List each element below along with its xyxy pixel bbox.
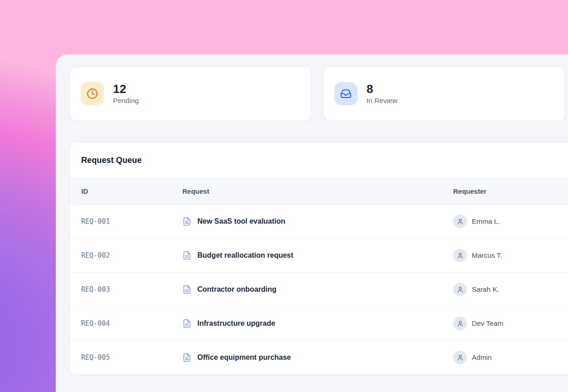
file-text-icon bbox=[182, 319, 191, 328]
in-review-label: In Review bbox=[367, 97, 397, 105]
in-review-count: 8 bbox=[367, 83, 397, 96]
request-id: REQ-002 bbox=[81, 251, 182, 260]
avatar bbox=[453, 317, 467, 330]
main-panel: 12 Pending 8 In Review Requ bbox=[56, 54, 568, 392]
request-title: New SaaS tool evaluation bbox=[197, 217, 285, 225]
stats-row: 12 Pending 8 In Review bbox=[69, 66, 565, 121]
avatar bbox=[453, 249, 467, 262]
request-id: REQ-001 bbox=[81, 217, 182, 225]
stat-card-in-review: 8 In Review bbox=[323, 66, 565, 121]
screenshot-root: { "stats": [ { "value": "12", "label": "… bbox=[0, 0, 568, 392]
file-text-icon bbox=[182, 251, 191, 260]
request-id: REQ-004 bbox=[81, 319, 182, 328]
request-queue-card: Request Queue ID Request Requester REQ-0… bbox=[69, 142, 568, 375]
request-id: REQ-003 bbox=[81, 285, 182, 294]
avatar bbox=[453, 351, 467, 364]
table-row[interactable]: REQ-004 Infrastructure upgrade bbox=[70, 307, 568, 341]
column-header-request: Request bbox=[182, 187, 453, 195]
column-header-requester: Requester bbox=[453, 187, 568, 195]
requester-name: Dev Team bbox=[472, 319, 504, 328]
requester-name: Admin bbox=[472, 353, 492, 362]
pending-label: Pending bbox=[113, 97, 139, 105]
avatar bbox=[453, 215, 467, 228]
requester-name: Emma L. bbox=[472, 217, 500, 225]
table-title: Request Queue bbox=[81, 156, 142, 165]
request-title: Contractor onboarding bbox=[197, 285, 276, 294]
requester-name: Marcus T. bbox=[472, 251, 502, 260]
request-title: Office equipment purchase bbox=[197, 353, 291, 362]
table-title-bar: Request Queue bbox=[70, 142, 568, 178]
stat-card-pending: 12 Pending bbox=[69, 66, 312, 121]
table-row[interactable]: REQ-003 Contractor onboarding bbox=[70, 273, 568, 307]
column-header-id: ID bbox=[81, 187, 182, 195]
avatar bbox=[453, 283, 467, 296]
request-title: Infrastructure upgrade bbox=[197, 319, 275, 328]
inbox-icon bbox=[334, 82, 357, 105]
file-text-icon bbox=[182, 217, 191, 226]
table-row[interactable]: REQ-001 New SaaS tool evaluation bbox=[70, 205, 568, 239]
table-row[interactable]: REQ-005 Office equipment purchase bbox=[70, 341, 568, 374]
table-row[interactable]: REQ-002 Budget reallocation request bbox=[70, 239, 568, 273]
requester-name: Sarah K. bbox=[472, 285, 499, 294]
file-text-icon bbox=[182, 285, 191, 294]
request-id: REQ-005 bbox=[81, 353, 182, 362]
file-text-icon bbox=[182, 353, 191, 362]
request-title: Budget reallocation request bbox=[197, 251, 294, 260]
clock-icon bbox=[81, 82, 104, 105]
table-header-row: ID Request Requester bbox=[70, 178, 568, 205]
pending-count: 12 bbox=[113, 83, 139, 96]
